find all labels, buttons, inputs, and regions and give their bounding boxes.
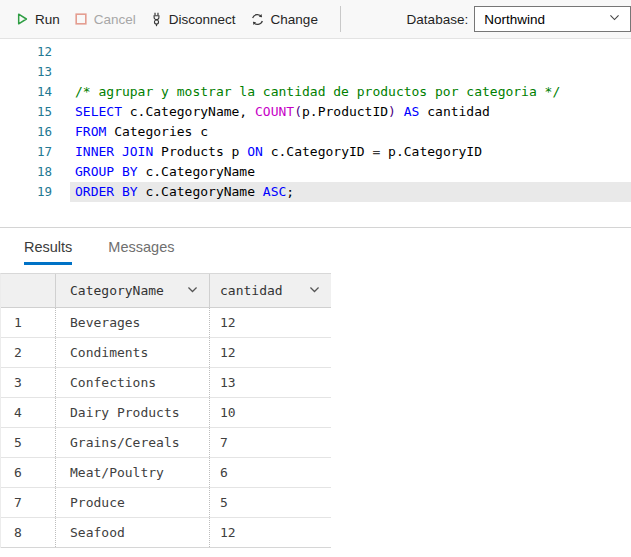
- toolbar-divider: [340, 6, 341, 32]
- database-dropdown-value: Northwind: [484, 12, 545, 27]
- line-number: 16: [0, 122, 52, 142]
- column-header-cantidad[interactable]: cantidad: [209, 274, 331, 307]
- line-number: 15: [0, 102, 52, 122]
- sync-change-icon: [250, 12, 265, 27]
- code-text: SELECT c.CategoryName, COUNT(p.ProductID…: [70, 102, 631, 122]
- database-label: Database:: [407, 12, 469, 27]
- categoryname-cell[interactable]: Seafood: [55, 518, 209, 547]
- editor-line[interactable]: 17INNER JOIN Products p ON c.CategoryID …: [0, 142, 631, 162]
- grid-header-row: CategoryName cantidad: [1, 274, 331, 308]
- run-label: Run: [35, 12, 60, 27]
- cancel-button[interactable]: Cancel: [74, 12, 136, 27]
- run-play-icon: [15, 12, 29, 26]
- row-number-header: [1, 274, 55, 307]
- code-text: GROUP BY c.CategoryName: [70, 162, 631, 182]
- plug-disconnect-icon: [150, 12, 163, 27]
- editor-line[interactable]: 14/* agrupar y mostrar la cantidad de pr…: [0, 82, 631, 102]
- table-row[interactable]: 7Produce5: [1, 488, 331, 518]
- cantidad-cell[interactable]: 6: [209, 458, 331, 487]
- cantidad-cell[interactable]: 12: [209, 338, 331, 367]
- chevron-down-icon[interactable]: [186, 283, 199, 299]
- code-text: [70, 62, 631, 82]
- categoryname-cell[interactable]: Dairy Products: [55, 398, 209, 427]
- tab-results[interactable]: Results: [24, 239, 72, 265]
- table-row[interactable]: 6Meat/Poultry6: [1, 458, 331, 488]
- cantidad-cell[interactable]: 12: [209, 308, 331, 337]
- table-row[interactable]: 3Confections13: [1, 368, 331, 398]
- line-number: 17: [0, 142, 52, 162]
- code-text: [70, 42, 631, 62]
- code-text: INNER JOIN Products p ON c.CategoryID = …: [70, 142, 631, 162]
- cantidad-cell[interactable]: 12: [209, 518, 331, 547]
- column-header-label: cantidad: [220, 283, 283, 298]
- editor-line[interactable]: 16FROM Categories c: [0, 122, 631, 142]
- table-row[interactable]: 5Grains/Cereals7: [1, 428, 331, 458]
- line-number: 19: [0, 182, 52, 202]
- query-toolbar: Run Cancel Disconnect: [0, 0, 631, 39]
- code-text: /* agrupar y mostrar la cantidad de prod…: [70, 82, 631, 102]
- row-number-cell[interactable]: 2: [1, 338, 55, 367]
- results-tabbar: Results Messages: [0, 228, 631, 265]
- cantidad-cell[interactable]: 7: [209, 428, 331, 457]
- chevron-down-icon: [608, 11, 621, 27]
- disconnect-button[interactable]: Disconnect: [150, 12, 236, 27]
- column-header-categoryname[interactable]: CategoryName: [55, 274, 209, 307]
- results-grid: CategoryName cantidad 1Beverages122Condi…: [0, 273, 331, 548]
- code-text: ORDER BY c.CategoryName ASC;: [70, 182, 631, 202]
- code-text: FROM Categories c: [70, 122, 631, 142]
- editor-line[interactable]: 13: [0, 62, 631, 82]
- run-button[interactable]: Run: [15, 12, 60, 27]
- line-number: 18: [0, 162, 52, 182]
- row-number-cell[interactable]: 5: [1, 428, 55, 457]
- line-number: 12: [0, 42, 52, 62]
- cantidad-cell[interactable]: 13: [209, 368, 331, 397]
- cancel-label: Cancel: [94, 12, 136, 27]
- categoryname-cell[interactable]: Confections: [55, 368, 209, 397]
- categoryname-cell[interactable]: Condiments: [55, 338, 209, 367]
- table-row[interactable]: 8Seafood12: [1, 518, 331, 548]
- row-number-cell[interactable]: 7: [1, 488, 55, 517]
- row-number-cell[interactable]: 4: [1, 398, 55, 427]
- column-header-label: CategoryName: [70, 283, 164, 298]
- cantidad-cell[interactable]: 5: [209, 488, 331, 517]
- row-number-cell[interactable]: 3: [1, 368, 55, 397]
- cantidad-cell[interactable]: 10: [209, 398, 331, 427]
- editor-line[interactable]: 19ORDER BY c.CategoryName ASC;: [0, 182, 631, 202]
- categoryname-cell[interactable]: Beverages: [55, 308, 209, 337]
- database-dropdown[interactable]: Northwind: [474, 6, 631, 32]
- line-number: 13: [0, 62, 52, 82]
- row-number-cell[interactable]: 6: [1, 458, 55, 487]
- row-number-cell[interactable]: 1: [1, 308, 55, 337]
- chevron-down-icon[interactable]: [308, 283, 321, 299]
- table-row[interactable]: 1Beverages12: [1, 308, 331, 338]
- change-label: Change: [271, 12, 318, 27]
- categoryname-cell[interactable]: Produce: [55, 488, 209, 517]
- categoryname-cell[interactable]: Meat/Poultry: [55, 458, 209, 487]
- tab-messages[interactable]: Messages: [108, 239, 174, 265]
- change-connection-button[interactable]: Change: [250, 12, 318, 27]
- sql-editor[interactable]: 121314/* agrupar y mostrar la cantidad d…: [0, 39, 631, 202]
- cancel-square-icon: [74, 12, 88, 26]
- categoryname-cell[interactable]: Grains/Cereals: [55, 428, 209, 457]
- editor-line[interactable]: 12: [0, 42, 631, 62]
- editor-line[interactable]: 15SELECT c.CategoryName, COUNT(p.Product…: [0, 102, 631, 122]
- table-row[interactable]: 4Dairy Products10: [1, 398, 331, 428]
- disconnect-label: Disconnect: [169, 12, 236, 27]
- editor-line[interactable]: 18GROUP BY c.CategoryName: [0, 162, 631, 182]
- line-number: 14: [0, 82, 52, 102]
- table-row[interactable]: 2Condiments12: [1, 338, 331, 368]
- row-number-cell[interactable]: 8: [1, 518, 55, 547]
